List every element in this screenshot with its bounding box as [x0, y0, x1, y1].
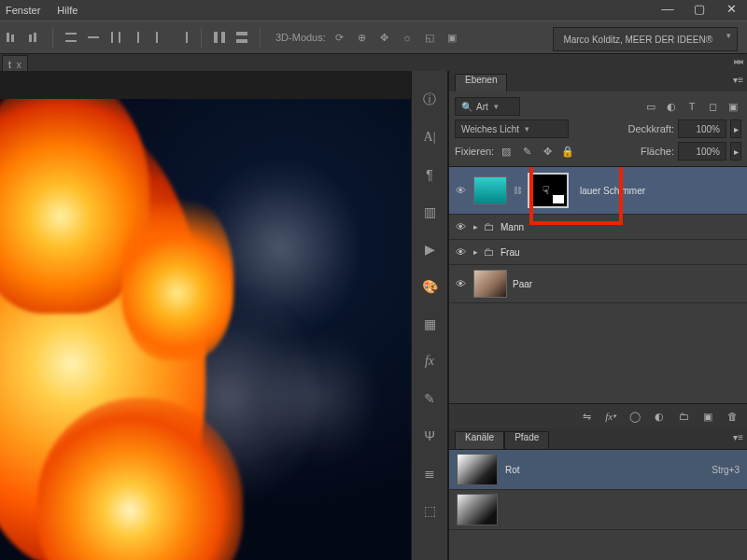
opacity-label: Deckkraft: — [627, 123, 674, 134]
layers-tab[interactable]: Ebenen — [455, 74, 507, 91]
distribute-icon-6[interactable] — [175, 29, 191, 46]
channel-thumbnail[interactable] — [457, 494, 498, 525]
pan-3d-icon[interactable]: ⊕ — [354, 29, 371, 46]
layer-name[interactable]: Mann — [500, 222, 524, 232]
distribute-icon-3[interactable] — [107, 29, 124, 46]
fill-flyout[interactable]: ▸ — [730, 142, 741, 161]
channel-name: Rot — [505, 465, 520, 475]
styles-panel-icon[interactable]: fx — [419, 351, 440, 371]
spacing-icon[interactable] — [211, 29, 228, 46]
opacity-field[interactable]: 100% — [678, 119, 726, 138]
channel-row[interactable] — [449, 490, 747, 530]
canvas-area — [0, 71, 411, 560]
menu-hilfe[interactable]: Hilfe — [57, 5, 78, 16]
document-tab-label: t — [8, 60, 11, 70]
mask-link-icon[interactable]: ⛓ — [513, 186, 522, 195]
layer-name[interactable]: Frau — [500, 247, 520, 258]
layer-list: 👁 ⛓ ☟ lauer Schimmer 👁 ▸ 🗀 Mann 👁 ▸ 🗀 — [449, 167, 747, 403]
window-close-button[interactable]: ✕ — [721, 1, 741, 16]
lock-position-icon[interactable]: ✥ — [539, 143, 556, 160]
expand-group-icon[interactable]: ▸ — [473, 222, 478, 231]
new-layer-icon[interactable]: ▣ — [700, 409, 715, 424]
distribute-icon[interactable] — [63, 29, 79, 46]
character-panel-icon[interactable]: A| — [419, 127, 440, 147]
cube-3d-icon[interactable]: ◱ — [421, 29, 438, 46]
layer-thumbnail[interactable] — [473, 176, 507, 204]
collapsed-panels-strip: ▸▸ ⓘ A| ¶ ▥ ▶ 🎨 ▦ fx ✎ Ψ ≣ ⬚ — [411, 71, 448, 560]
light-3d-icon[interactable]: ☼ — [399, 29, 416, 46]
close-tab-icon[interactable]: x — [17, 60, 21, 70]
orbit-3d-icon[interactable]: ⟳ — [331, 29, 348, 46]
layer-row-frau[interactable]: 👁 ▸ 🗀 Frau — [449, 240, 747, 265]
layer-row-mann[interactable]: 👁 ▸ 🗀 Mann — [449, 215, 747, 240]
layer-fx-icon[interactable]: fx▾ — [603, 409, 618, 424]
delete-layer-icon[interactable]: 🗑 — [725, 409, 740, 424]
channel-row-rot[interactable]: Rot Strg+3 — [449, 450, 747, 490]
layers-panel-tabs: Ebenen ▾≡ — [449, 71, 747, 91]
layer-kind-filter[interactable]: 🔍Art — [455, 97, 520, 116]
distribute-icon-5[interactable] — [152, 29, 169, 46]
filter-image-icon[interactable]: ▭ — [642, 98, 659, 115]
window-maximize-button[interactable]: ▢ — [689, 1, 710, 16]
visibility-toggle-icon[interactable]: 👁 — [453, 185, 468, 196]
camera-3d-icon[interactable]: ▣ — [444, 29, 460, 46]
svg-rect-7 — [111, 32, 113, 43]
actions-panel-icon[interactable]: ▶ — [419, 239, 440, 259]
layer-mask-thumbnail[interactable]: ☟ — [528, 173, 569, 208]
paragraph-panel-icon[interactable]: ¶ — [419, 164, 440, 185]
distribute-icon-2[interactable] — [85, 29, 102, 46]
lock-all-icon[interactable]: 🔒 — [559, 143, 576, 160]
lock-paint-icon[interactable]: ✎ — [518, 143, 535, 160]
align-icon[interactable] — [4, 29, 21, 46]
menu-fenster[interactable]: Fenster — [6, 5, 40, 16]
layer-thumbnail[interactable] — [473, 270, 507, 298]
brushes-panel-icon[interactable]: ✎ — [419, 388, 440, 409]
layers-panel-icon[interactable]: ≣ — [419, 463, 440, 483]
layer-name[interactable]: lauer Schimmer — [580, 186, 645, 196]
fill-field[interactable]: 100% — [678, 142, 726, 161]
opacity-flyout[interactable]: ▸ — [730, 119, 741, 138]
filter-adjust-icon[interactable]: ◐ — [663, 98, 680, 115]
layer-name[interactable]: Paar — [513, 279, 532, 289]
align-icon-2[interactable] — [26, 29, 43, 46]
visibility-toggle-icon[interactable]: 👁 — [453, 221, 468, 232]
svg-rect-13 — [221, 32, 225, 43]
workspace-dropdown[interactable]: Marco Kolditz, MEER DER IDEEN® — [553, 27, 738, 51]
panel-menu-icon[interactable]: ▾≡ — [733, 75, 743, 85]
adjustment-layer-icon[interactable]: ◐ — [652, 409, 667, 424]
filter-shape-icon[interactable]: ◻ — [704, 98, 721, 115]
grid-panel-icon[interactable]: ▦ — [419, 314, 440, 334]
filter-smart-icon[interactable]: ▣ — [725, 98, 741, 115]
window-minimize-button[interactable]: — — [657, 1, 678, 16]
svg-rect-9 — [137, 32, 139, 43]
add-mask-icon[interactable]: ◯ — [627, 409, 642, 424]
link-layers-icon[interactable]: ⇋ — [579, 409, 594, 424]
cursor-pointer-icon: ☟ — [543, 184, 549, 197]
layer-row-paar[interactable]: 👁 Paar — [449, 265, 747, 303]
svg-rect-4 — [65, 33, 77, 35]
panel-menu-icon[interactable]: ▾≡ — [733, 432, 743, 442]
3d-panel-icon[interactable]: ⬚ — [419, 500, 440, 521]
info-panel-icon[interactable]: ⓘ — [419, 90, 440, 110]
usb-panel-icon[interactable]: Ψ — [419, 426, 440, 446]
canvas[interactable] — [0, 99, 411, 560]
visibility-toggle-icon[interactable]: 👁 — [453, 246, 468, 258]
visibility-toggle-icon[interactable]: 👁 — [453, 278, 468, 289]
lock-transparency-icon[interactable]: ▨ — [498, 143, 514, 160]
new-group-icon[interactable]: 🗀 — [676, 409, 691, 424]
channel-thumbnail[interactable] — [457, 454, 498, 485]
channels-tab[interactable]: Kanäle — [455, 431, 504, 449]
right-panels: ▸▸ Ebenen ▾≡ 🔍Art ▭ ◐ T ◻ ▣ Weiches Lich… — [448, 71, 747, 560]
layer-row-blauer-schimmer[interactable]: 👁 ⛓ ☟ lauer Schimmer — [449, 167, 747, 215]
color-panel-icon[interactable]: 🎨 — [419, 276, 440, 297]
spacing-icon-2[interactable] — [233, 29, 250, 46]
swatches-panel-icon[interactable]: ▥ — [419, 202, 440, 222]
distribute-icon-4[interactable] — [130, 29, 147, 46]
collapse-right-icon[interactable]: ▸▸ — [734, 56, 743, 66]
filter-type-icon[interactable]: T — [684, 98, 700, 115]
blend-mode-dropdown[interactable]: Weiches Licht — [455, 119, 569, 138]
svg-rect-8 — [119, 32, 120, 43]
paths-tab[interactable]: Pfade — [504, 431, 549, 449]
move-3d-icon[interactable]: ✥ — [376, 29, 393, 46]
expand-group-icon[interactable]: ▸ — [473, 247, 478, 257]
